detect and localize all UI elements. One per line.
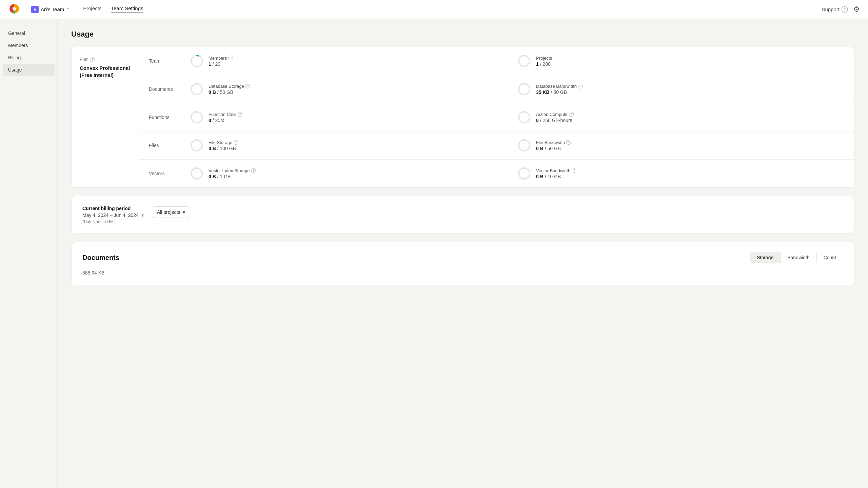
plan-label: Plan ? (80, 57, 131, 62)
metric-info: Vector Index Storage?0 B / 1 GB (209, 168, 256, 179)
metric-info: Members?1 / 20 (209, 56, 233, 67)
row-category: Vectors (149, 171, 190, 176)
svg-point-12 (519, 112, 530, 123)
help-icon[interactable]: ? (569, 112, 574, 117)
chevron-down-icon: ▾ (141, 212, 144, 218)
documents-header: Documents StorageBandwidthCount (82, 252, 843, 263)
metric-label: File Bandwidth? (536, 140, 571, 145)
donut-chart (190, 110, 204, 124)
svg-point-8 (519, 84, 530, 95)
help-icon[interactable]: ? (578, 84, 583, 88)
row-category: Files (149, 143, 190, 148)
metric-item: File Bandwidth?0 B / 50 GB (517, 138, 845, 152)
usage-row: TeamMembers?1 / 20Projects1 / 200 (139, 47, 854, 75)
help-icon[interactable]: ? (572, 168, 576, 173)
metric-item: Action Compute?0 / 250 GB-hours (517, 110, 845, 124)
metric-value: 0 B / 50 GB (536, 146, 571, 151)
sidebar-item-billing[interactable]: Billing (0, 52, 57, 64)
sidebar-item-usage[interactable]: Usage (3, 64, 55, 76)
billing-period-label: Current billing period (82, 206, 144, 211)
help-icon[interactable]: ? (245, 84, 250, 88)
metric-value: 35 KB / 50 GB (536, 89, 583, 95)
team-name: Ari's Team (41, 6, 64, 12)
metric-value: 0 / 25M (209, 118, 242, 123)
tab-storage[interactable]: Storage (750, 252, 781, 263)
team-selector[interactable]: A Ari's Team ⌃ (31, 6, 70, 13)
billing-period-info: Current billing period May 4, 2024 – Jun… (82, 206, 144, 224)
metric-info: Projects1 / 200 (536, 56, 552, 67)
projects-dropdown[interactable]: All projects ▾ (152, 206, 190, 218)
help-icon[interactable]: ? (234, 140, 238, 145)
metrics-group: Database Storage?0 B / 50 GBDatabase Ban… (190, 82, 845, 96)
doc-chart-value: 585.94 KB (82, 270, 843, 276)
metric-value: 0 B / 10 GB (536, 174, 576, 179)
metric-value: 0 B / 1 GB (209, 174, 256, 179)
metric-info: Database Storage?0 B / 50 GB (209, 84, 250, 95)
usage-row: FilesFile Storage?0 B / 100 GBFile Bandw… (139, 131, 854, 160)
donut-chart (517, 110, 531, 124)
help-icon[interactable]: ? (228, 56, 233, 60)
billing-header: Current billing period May 4, 2024 – Jun… (82, 206, 843, 224)
support-button[interactable]: Support ? (822, 6, 848, 13)
metrics-group: Members?1 / 20Projects1 / 200 (190, 54, 845, 68)
metrics-group: Vector Index Storage?0 B / 1 GBVector Ba… (190, 166, 845, 181)
metric-item: Vector Bandwidth?0 B / 10 GB (517, 166, 845, 181)
plan-section: Plan ? Convex Professional (Free Interna… (72, 47, 139, 187)
metric-value: 0 B / 50 GB (209, 89, 250, 95)
metric-value: 0 / 250 GB-hours (536, 118, 574, 123)
sidebar-item-members[interactable]: Members (0, 39, 57, 52)
tab-group: StorageBandwidthCount (750, 252, 843, 263)
app-body: General Members Billing Usage Usage Plan… (0, 19, 868, 488)
donut-chart (190, 166, 204, 181)
billing-note: *Dates are in GMT (82, 219, 144, 224)
billing-dates: May 4, 2024 – Jun 4, 2024 ▾ (82, 212, 144, 218)
usage-row: DocumentsDatabase Storage?0 B / 50 GBDat… (139, 75, 854, 103)
app-logo (8, 3, 20, 16)
row-category: Documents (149, 86, 190, 92)
metric-item: Database Storage?0 B / 50 GB (190, 82, 517, 96)
metric-item: Projects1 / 200 (517, 54, 845, 68)
metric-label: Vector Index Storage? (209, 168, 256, 173)
metric-info: Database Bandwidth?35 KB / 50 GB (536, 84, 583, 95)
usage-row: VectorsVector Index Storage?0 B / 1 GBVe… (139, 160, 854, 187)
row-category: Team (149, 58, 190, 64)
nav-right: Support ? ⚙ (822, 5, 860, 14)
nav-team-settings[interactable]: Team Settings (111, 5, 143, 13)
metric-item: Database Bandwidth?35 KB / 50 GB (517, 82, 845, 96)
help-icon[interactable]: ? (251, 168, 256, 173)
usage-card: Plan ? Convex Professional (Free Interna… (71, 47, 854, 188)
donut-chart (190, 138, 204, 152)
donut-chart (517, 138, 531, 152)
settings-icon[interactable]: ⚙ (853, 5, 860, 14)
svg-point-4 (519, 56, 530, 66)
usage-rows: TeamMembers?1 / 20Projects1 / 200Documen… (139, 47, 854, 187)
question-icon: ? (842, 6, 848, 13)
sidebar: General Members Billing Usage (0, 19, 58, 488)
help-icon[interactable]: ? (238, 112, 242, 117)
svg-point-2 (191, 56, 202, 66)
row-category: Functions (149, 115, 190, 120)
page-title: Usage (71, 30, 854, 39)
documents-card: Documents StorageBandwidthCount 585.94 K… (71, 242, 854, 285)
metric-label: Projects (536, 56, 552, 61)
help-icon[interactable]: ? (566, 140, 571, 145)
nav-projects[interactable]: Projects (83, 5, 101, 13)
plan-help-icon[interactable]: ? (90, 57, 95, 62)
metric-label: Database Bandwidth? (536, 84, 583, 89)
tab-bandwidth[interactable]: Bandwidth (781, 252, 816, 263)
metric-label: Action Compute? (536, 112, 574, 117)
sidebar-item-general[interactable]: General (0, 27, 57, 39)
donut-chart (517, 82, 531, 96)
donut-chart (517, 54, 531, 68)
metrics-group: File Storage?0 B / 100 GBFile Bandwidth?… (190, 138, 845, 152)
donut-chart (517, 166, 531, 181)
metric-value: 0 B / 100 GB (209, 146, 238, 151)
chevron-down-icon: ▾ (183, 209, 185, 215)
svg-point-14 (191, 140, 202, 151)
svg-point-6 (191, 84, 202, 95)
svg-point-20 (519, 168, 530, 179)
svg-point-16 (519, 140, 530, 151)
svg-point-18 (191, 168, 202, 179)
metrics-group: Function Calls?0 / 25MAction Compute?0 /… (190, 110, 845, 124)
tab-count[interactable]: Count (817, 252, 843, 263)
